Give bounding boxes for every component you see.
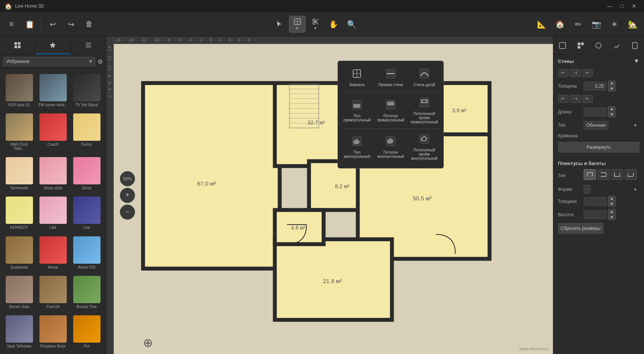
build-menu-row2: Пол прямоугольный Потолок прямоугольный … [341,94,440,127]
align-left-btn[interactable]: ⊢ [558,69,569,77]
align2-right-btn[interactable]: ⊢ [582,95,593,103]
plinth-form-select-wrap: - ▼ [584,185,639,194]
arc-wall-tool[interactable]: Стена дугой [408,64,440,91]
canvas-area[interactable]: -16 -14 -12 -10 -8 -6 -4 -2 0 2 4 6 8 -2… [106,36,553,354]
plinth-thickness-input[interactable] [584,197,606,206]
library-item-kennedy[interactable]: KENNEDY [3,194,35,232]
align-right-btn[interactable]: ⊢ [582,69,593,77]
library-item-pot[interactable]: Pot [71,313,103,351]
length-increment[interactable]: ▲ [608,106,616,112]
item-label: Quadrante [10,265,28,269]
plinth-form-select[interactable]: - [584,185,591,194]
zoom-out-button[interactable]: − [120,205,135,220]
clipboard-button[interactable]: 📋 [21,16,38,33]
plinth-thickness-decrement[interactable]: ▼ [608,201,616,207]
maximize-button[interactable]: □ [617,2,627,10]
library-item-kup-door[interactable]: KUP door 01 [3,72,35,110]
right-tab-2[interactable] [572,36,590,54]
home-view-button[interactable]: 🏠 [551,16,568,33]
library-item-tv-stand[interactable]: TV Set Stand [71,72,103,110]
settings-button[interactable]: ⚙ [97,58,103,65]
poly-ceiling-tool[interactable]: Потолок многоугольный [375,131,407,164]
light-button[interactable]: ☀ [606,16,623,33]
library-item-bonsai[interactable]: Bonsai Tree [71,274,103,312]
scissors-icon [312,18,319,25]
tab-favorites[interactable] [35,36,70,54]
library-item-vase[interactable]: Vase Teftonian [3,313,35,351]
align-center-btn[interactable]: ⊣ [570,69,581,77]
thickness-decrement[interactable]: ▼ [608,86,616,91]
library-item-dinner-chair[interactable]: Dinner chair [3,274,35,312]
right-tab-5[interactable] [626,36,644,54]
pan-tool[interactable]: ✋ [325,16,342,33]
walls-section-header: Стены ▼ [553,55,644,68]
library-item-fireplace[interactable]: Fireplace Brick [37,313,69,351]
search-button[interactable]: 🔍 [344,16,360,33]
expand-button[interactable]: Развернуть [558,142,639,153]
curve-row: Кривизна [553,131,644,140]
right-tab-1[interactable] [553,36,572,54]
menu-button[interactable]: ≡ [3,16,20,33]
right-tab-4[interactable] [608,36,626,54]
poly-floor-tool[interactable]: Пол многоугольный [341,131,373,164]
measure-button[interactable]: 📐 [533,16,550,33]
length-input[interactable] [584,108,606,116]
library-item-techmodel[interactable]: Techmodel [3,155,35,193]
library-item-arena[interactable]: Arena [37,234,69,272]
select-tool[interactable] [271,16,287,33]
reset-sizes-button[interactable]: Сбросить размеры [558,223,603,234]
plinth-height-input[interactable] [584,211,606,219]
length-decrement[interactable]: ▼ [608,112,616,117]
tab-grid[interactable] [0,36,35,54]
watermark: www.wincore.ru [519,346,548,351]
category-select[interactable]: Избранное [3,57,95,66]
plinth-type-2[interactable] [597,169,609,180]
undo-button[interactable]: ↩ [44,16,61,33]
rect-floor-tool[interactable]: Пол прямоугольный [341,94,373,127]
3d-button[interactable]: 🏡 [624,16,641,33]
svg-rect-45 [420,69,429,78]
minimize-button[interactable]: — [605,2,615,10]
thickness-input[interactable] [584,82,606,90]
camera-button[interactable]: 📷 [588,16,605,33]
library-item-quadrante[interactable]: Quadrante [3,234,35,272]
library-item-wall-clock[interactable]: Wall Clock Yello... [3,111,35,153]
type-select[interactable]: Обычная [584,121,608,129]
poly-ceiling-hole-tool[interactable]: Потолочный проём многоугольный [408,131,440,164]
rect-ceiling-icon [385,99,396,112]
plinth-thickness-increment[interactable]: ▲ [608,196,616,201]
plinth-height-decrement[interactable]: ▼ [608,215,616,220]
zoom-in-button[interactable]: + [120,188,135,203]
plinth-height-increment[interactable]: ▲ [608,209,616,214]
library-item-gloss[interactable]: Gloss [71,155,103,193]
delete-button[interactable]: 🗑 [81,16,97,33]
close-button[interactable]: ✕ [629,2,639,10]
rect-ceiling-tool[interactable]: Потолок прямоугольный [375,94,407,127]
library-item-puni[interactable]: Puni 04 [37,274,69,312]
build-tool[interactable]: ▼ [289,16,306,33]
item-thumbnail [6,113,33,141]
library-item-coach[interactable]: Coach [37,111,69,153]
plinth-type-1[interactable] [584,169,596,180]
plinth-type-4[interactable] [625,169,637,180]
right-tab-3[interactable] [590,36,608,54]
thickness-increment[interactable]: ▲ [608,80,616,86]
plinth-type-3[interactable] [611,169,623,180]
category-dropdown-wrap[interactable]: Избранное ▼ [3,57,95,66]
library-item-sunny[interactable]: Sunny [71,111,103,153]
library-item-lilia[interactable]: Lilia [37,194,69,232]
library-item-fw-window[interactable]: FW symm wind... [37,72,69,110]
rect-ceiling-hole-tool[interactable]: Потолочный проём прямоугольный [408,94,440,127]
align2-left-btn[interactable]: ⊢ [558,95,569,103]
library-item-arena033[interactable]: Arena 033 [71,234,103,272]
room-tool[interactable]: Комната [341,64,373,91]
align2-center-btn[interactable]: ⊣ [570,95,581,103]
redo-button[interactable]: ↪ [63,16,79,33]
tab-list[interactable] [71,36,106,54]
library-item-lea[interactable]: Lea [71,194,103,232]
edit2-button[interactable]: ✏ [570,16,586,33]
straight-wall-tool[interactable]: Прямая стена [375,64,407,91]
plinth-form-label: Форма [558,187,581,192]
edit-tool[interactable]: ▼ [307,16,324,33]
library-item-gloss-style[interactable]: Gloss style [37,155,69,193]
